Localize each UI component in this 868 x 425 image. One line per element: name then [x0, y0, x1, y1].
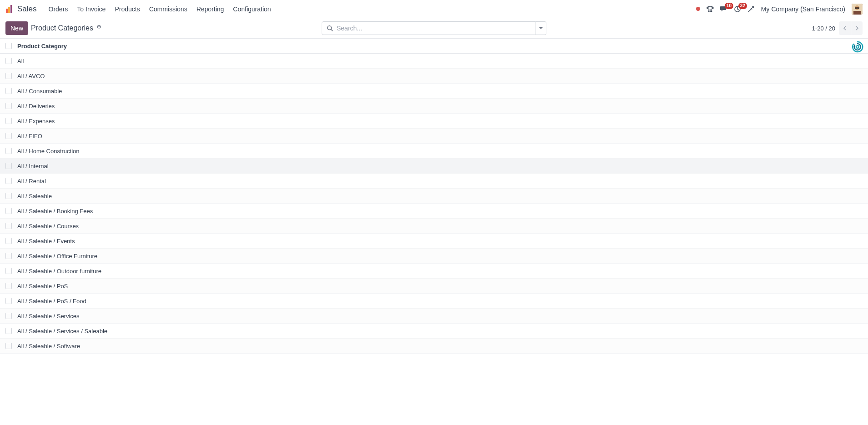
table-row[interactable]: All / Saleable / Outdoor furniture [0, 264, 868, 279]
row-checkbox[interactable] [5, 283, 12, 289]
nav-products[interactable]: Products [110, 2, 144, 16]
search-container [322, 21, 546, 35]
table-row[interactable]: All / Saleable / Events [0, 234, 868, 249]
svg-rect-15 [855, 8, 857, 9]
phone-icon[interactable] [707, 5, 714, 13]
svg-point-6 [710, 10, 711, 10]
row-checkbox[interactable] [5, 118, 12, 124]
nav-to-invoice[interactable]: To Invoice [72, 2, 110, 16]
svg-point-10 [711, 11, 712, 12]
table-row[interactable]: All / Saleable / Booking Fees [0, 204, 868, 219]
brand-label[interactable]: Sales [17, 5, 37, 14]
row-category-label: All / Saleable / Booking Fees [17, 208, 93, 215]
svg-point-7 [711, 10, 712, 10]
company-selector[interactable]: My Company (San Francisco) [761, 5, 845, 13]
row-category-label: All / Deliveries [17, 103, 55, 110]
search-input[interactable] [337, 25, 530, 32]
svg-point-8 [708, 11, 709, 12]
table-row[interactable]: All / Consumable [0, 84, 868, 99]
row-category-label: All / FIFO [17, 133, 42, 140]
table-row[interactable]: All / Rental [0, 174, 868, 189]
pager-counter[interactable]: 1-20 / 20 [812, 25, 835, 32]
activities-icon[interactable]: 32 [734, 5, 741, 13]
debug-icon[interactable] [747, 5, 755, 13]
row-checkbox[interactable] [5, 328, 12, 334]
activities-badge: 32 [738, 3, 747, 9]
row-category-label: All / Home Construction [17, 148, 80, 155]
search-options-toggle[interactable] [535, 21, 546, 35]
table-row[interactable]: All / AVCO [0, 69, 868, 84]
row-checkbox[interactable] [5, 148, 12, 154]
table-row[interactable]: All / Deliveries [0, 99, 868, 114]
pager-prev-button[interactable] [839, 21, 851, 35]
row-checkbox[interactable] [5, 163, 12, 169]
user-avatar[interactable] [852, 4, 863, 15]
row-checkbox[interactable] [5, 298, 12, 304]
row-checkbox[interactable] [5, 193, 12, 199]
row-category-label: All / Saleable / PoS [17, 283, 68, 290]
messages-badge: 10 [725, 3, 733, 9]
column-header-category[interactable]: Product Category [17, 43, 67, 50]
svg-rect-1 [8, 7, 10, 13]
app-logo[interactable] [5, 5, 14, 13]
row-checkbox[interactable] [5, 268, 12, 274]
table-row[interactable]: All / Saleable / PoS [0, 279, 868, 294]
table-row[interactable]: All [0, 54, 868, 69]
row-checkbox[interactable] [5, 133, 12, 139]
svg-rect-4 [712, 7, 713, 9]
row-checkbox[interactable] [5, 343, 12, 349]
row-category-label: All / Consumable [17, 88, 62, 95]
table-row[interactable]: All / Saleable / Courses [0, 219, 868, 234]
table-row[interactable]: All / Saleable / Office Furniture [0, 249, 868, 264]
table-row[interactable]: All / Home Construction [0, 144, 868, 159]
help-spiral-icon[interactable] [851, 40, 864, 54]
nav-menu: Orders To Invoice Products Commissions R… [44, 2, 276, 16]
table-row[interactable]: All / FIFO [0, 129, 868, 144]
gear-icon[interactable] [96, 24, 102, 32]
row-category-label: All / Saleable / Office Furniture [17, 253, 97, 260]
svg-point-18 [328, 26, 332, 30]
svg-point-9 [710, 11, 711, 12]
top-nav: Sales Orders To Invoice Products Commiss… [0, 0, 868, 18]
nav-orders[interactable]: Orders [44, 2, 73, 16]
row-checkbox[interactable] [5, 103, 12, 109]
controlbar-right: 1-20 / 20 [812, 21, 863, 35]
table-row[interactable]: All / Saleable / Software [0, 339, 868, 354]
chevron-right-icon [855, 26, 859, 30]
messages-icon[interactable]: 10 [720, 5, 727, 13]
table-row[interactable]: All / Internal [0, 159, 868, 174]
status-dot-icon[interactable] [696, 7, 700, 11]
table-row[interactable]: All / Saleable / Services / Saleable [0, 324, 868, 339]
table-row[interactable]: All / Saleable [0, 189, 868, 204]
row-checkbox[interactable] [5, 238, 12, 244]
row-checkbox[interactable] [5, 88, 12, 94]
table-row[interactable]: All / Expenses [0, 114, 868, 129]
nav-configuration[interactable]: Configuration [228, 2, 275, 16]
svg-rect-17 [853, 11, 861, 15]
row-checkbox[interactable] [5, 313, 12, 319]
row-category-label: All / Saleable / Software [17, 343, 80, 350]
new-button[interactable]: New [5, 21, 28, 35]
row-checkbox[interactable] [5, 73, 12, 79]
select-all-checkbox[interactable] [5, 43, 12, 49]
row-category-label: All / Saleable / Outdoor furniture [17, 268, 101, 275]
row-category-label: All / Saleable / Events [17, 238, 75, 245]
row-checkbox[interactable] [5, 178, 12, 184]
pager-next-button[interactable] [851, 21, 863, 35]
row-category-label: All [17, 58, 24, 65]
table-body: AllAll / AVCOAll / ConsumableAll / Deliv… [0, 54, 868, 354]
row-checkbox[interactable] [5, 208, 12, 214]
nav-reporting[interactable]: Reporting [192, 2, 229, 16]
row-checkbox[interactable] [5, 253, 12, 259]
row-category-label: All / Saleable / Services [17, 313, 80, 320]
chevron-left-icon [843, 26, 847, 30]
table-row[interactable]: All / Saleable / Services [0, 309, 868, 324]
row-category-label: All / Internal [17, 163, 49, 170]
row-category-label: All / AVCO [17, 73, 45, 80]
search-box[interactable] [322, 21, 535, 35]
row-checkbox[interactable] [5, 223, 12, 229]
row-checkbox[interactable] [5, 58, 12, 64]
row-category-label: All / Saleable / PoS / Food [17, 298, 86, 305]
nav-commissions[interactable]: Commissions [145, 2, 192, 16]
table-row[interactable]: All / Saleable / PoS / Food [0, 294, 868, 309]
